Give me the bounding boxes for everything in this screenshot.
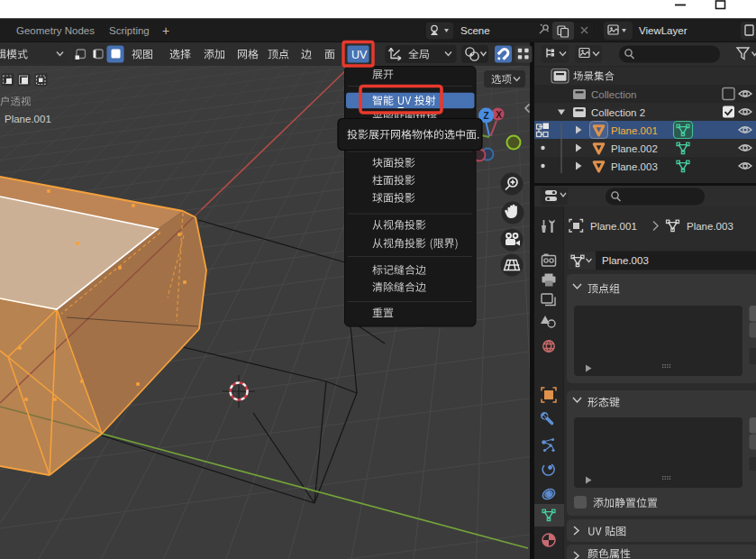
svg-text:Plane.001: Plane.001 — [590, 221, 637, 232]
svg-text:Plane.003: Plane.003 — [611, 161, 658, 172]
svg-text:+: + — [162, 23, 169, 38]
svg-text:Geometry Nodes: Geometry Nodes — [16, 25, 95, 36]
svg-text:Z: Z — [483, 111, 488, 121]
svg-text:Plane.001: Plane.001 — [5, 114, 51, 124]
svg-text:Scene: Scene — [460, 25, 490, 36]
svg-text:Plane.002: Plane.002 — [611, 143, 658, 154]
svg-text:Plane.003: Plane.003 — [687, 221, 733, 232]
svg-text:X: X — [496, 110, 502, 120]
svg-text:UV: UV — [351, 49, 368, 61]
svg-text:Collection: Collection — [591, 89, 637, 100]
svg-text:Collection 2: Collection 2 — [591, 107, 645, 118]
svg-text:Scripting: Scripting — [109, 25, 150, 36]
svg-text:ViewLayer: ViewLayer — [639, 25, 688, 36]
svg-text:Plane.003: Plane.003 — [602, 255, 649, 266]
svg-text:Plane.001: Plane.001 — [611, 125, 658, 136]
